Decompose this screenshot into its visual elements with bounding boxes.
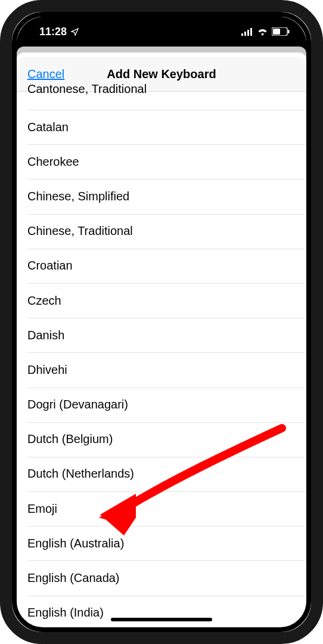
svg-rect-0 <box>241 33 243 36</box>
list-item[interactable]: Czech <box>17 283 306 318</box>
list-item-label: Czech <box>27 294 61 308</box>
list-item[interactable]: Cantonese, Traditional <box>17 92 306 110</box>
wifi-icon <box>257 27 268 36</box>
list-item[interactable]: Chinese, Simplified <box>17 179 306 213</box>
list-item-label: Danish <box>27 329 64 342</box>
list-item-label: Emoji <box>27 502 57 516</box>
list-item[interactable]: Dogri (Devanagari) <box>17 388 306 422</box>
list-item[interactable]: Catalan <box>17 110 306 144</box>
phone-screen: 11:28 Cancel Add New Keyboard <box>17 17 306 627</box>
status-time: 11:28 <box>39 26 67 38</box>
page-title: Add New Keyboard <box>107 67 216 81</box>
cellular-signal-icon <box>241 28 253 36</box>
list-item-label: Croatian <box>27 259 73 273</box>
mute-switch <box>0 107 4 131</box>
list-item-label: English (Canada) <box>27 571 120 585</box>
list-item[interactable]: Croatian <box>17 249 306 283</box>
svg-rect-1 <box>244 32 246 36</box>
list-item-label: Dutch (Belgium) <box>27 432 113 446</box>
modal-sheet: Cancel Add New Keyboard Cantonese, Tradi… <box>17 52 306 627</box>
cancel-button[interactable]: Cancel <box>27 67 64 81</box>
keyboard-list[interactable]: Cantonese, Traditional Catalan Cherokee … <box>17 92 306 627</box>
volume-down-button <box>0 203 4 243</box>
list-item[interactable]: English (Australia) <box>17 526 306 561</box>
svg-rect-6 <box>288 30 290 33</box>
list-item[interactable]: Dhivehi <box>17 352 306 387</box>
list-item-label: Chinese, Traditional <box>27 224 133 238</box>
list-item[interactable]: Chinese, Traditional <box>17 214 306 249</box>
list-item[interactable]: Dutch (Netherlands) <box>17 457 306 491</box>
device-notch <box>93 12 230 32</box>
list-item[interactable]: Dutch (Belgium) <box>17 422 306 457</box>
list-item-label: Dutch (Netherlands) <box>27 467 134 481</box>
power-button <box>319 161 323 227</box>
list-item-label: English (Australia) <box>27 537 124 550</box>
list-item-label: Cherokee <box>27 155 79 169</box>
list-item-label: Dogri (Devanagari) <box>27 398 128 411</box>
svg-rect-5 <box>273 29 280 35</box>
list-item-label: Catalan <box>27 120 69 134</box>
list-item[interactable]: English (India) <box>17 596 306 627</box>
list-item[interactable]: English (Canada) <box>17 561 306 595</box>
location-arrow-icon <box>70 27 79 36</box>
battery-icon <box>272 27 290 36</box>
svg-rect-2 <box>247 30 249 36</box>
volume-up-button <box>0 152 4 193</box>
home-indicator[interactable] <box>111 618 212 621</box>
list-item-label: Chinese, Simplified <box>27 190 129 203</box>
list-item-label: English (India) <box>27 606 104 620</box>
list-item-label: Dhivehi <box>27 363 67 377</box>
list-item[interactable]: Cherokee <box>17 144 306 179</box>
list-item[interactable]: Danish <box>17 318 306 352</box>
list-item-label: Cantonese, Traditional <box>27 82 147 96</box>
svg-rect-3 <box>250 28 252 36</box>
list-item[interactable]: Emoji <box>17 491 306 526</box>
